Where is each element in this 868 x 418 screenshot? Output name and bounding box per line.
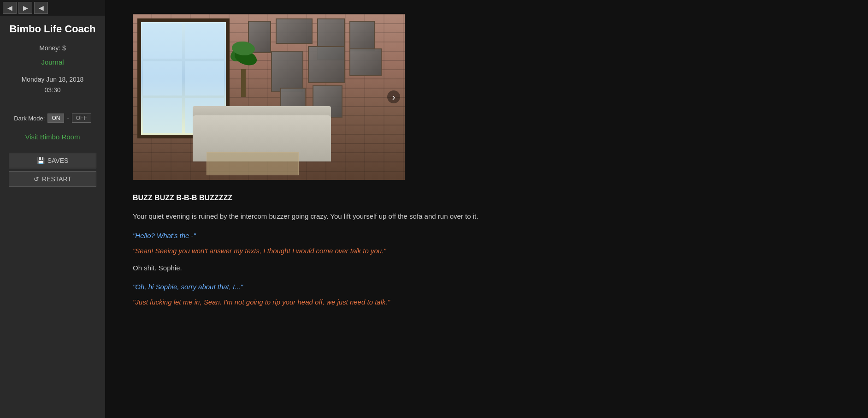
dark-mode-label: Dark Mode: <box>14 115 45 122</box>
app-title: Bimbo Life Coach <box>5 16 100 40</box>
time-label: 03:30 <box>44 86 60 94</box>
dialogue-2: "Sean! Seeing you won't answer my texts,… <box>133 247 840 255</box>
dark-mode-off-button[interactable]: OFF <box>72 113 91 123</box>
coffee-table <box>207 152 299 175</box>
story-paragraph-1: Your quiet evening is ruined by the inte… <box>133 210 840 222</box>
dark-mode-on-button[interactable]: ON <box>47 113 64 123</box>
saves-icon: 💾 <box>37 157 45 164</box>
wall-frame-7 <box>349 48 382 76</box>
dialogue-4: "Just fucking let me in, Sean. I'm not g… <box>133 298 840 306</box>
restart-button[interactable]: ↺ RESTART <box>9 171 96 187</box>
dialogue-1: "Hello? What's the -" <box>133 232 840 239</box>
forward-button[interactable]: ▶ <box>18 2 32 14</box>
image-nav-right[interactable]: › <box>387 90 400 103</box>
saves-label: SAVES <box>47 157 69 164</box>
journal-link[interactable]: Journal <box>41 58 64 66</box>
date-time: Monday Jun 18, 2018 03:30 <box>22 74 84 95</box>
scene-image: › <box>133 14 405 180</box>
bimbo-room-link[interactable]: Visit Bimbo Room <box>25 133 80 141</box>
restart-icon: ↺ <box>34 175 39 183</box>
dialogue-3: "Oh, hi Sophie, sorry about that, I..." <box>133 283 840 291</box>
back-button[interactable]: ◀ <box>3 2 17 14</box>
wall-frame-5 <box>271 51 303 92</box>
sidebar: ◀ ▶ ◀ Bimbo Life Coach Money: $ Journal … <box>0 0 105 418</box>
restart-label: RESTART <box>42 175 71 183</box>
main-content: › BUZZ BUZZ B-B-B BUZZZZZ Your quiet eve… <box>105 0 868 418</box>
date-label: Monday Jun 18, 2018 <box>22 76 84 83</box>
wall-frame-6 <box>308 46 345 83</box>
story-paragraph-2: Oh shit. Sophie. <box>133 262 840 274</box>
saves-button[interactable]: 💾 SAVES <box>9 153 96 168</box>
navigation-bar: ◀ ▶ ◀ <box>0 0 105 16</box>
money-label: Money: $ <box>39 44 66 52</box>
wall-frame-2 <box>276 18 313 44</box>
dark-mode-separator: - <box>67 115 69 122</box>
wall-frame-4 <box>349 21 375 51</box>
menu-button[interactable]: ◀ <box>34 2 48 14</box>
plant <box>230 42 257 97</box>
dark-mode-row: Dark Mode: ON - OFF <box>14 113 91 123</box>
story-title: BUZZ BUZZ B-B-B BUZZZZZ <box>133 194 840 202</box>
